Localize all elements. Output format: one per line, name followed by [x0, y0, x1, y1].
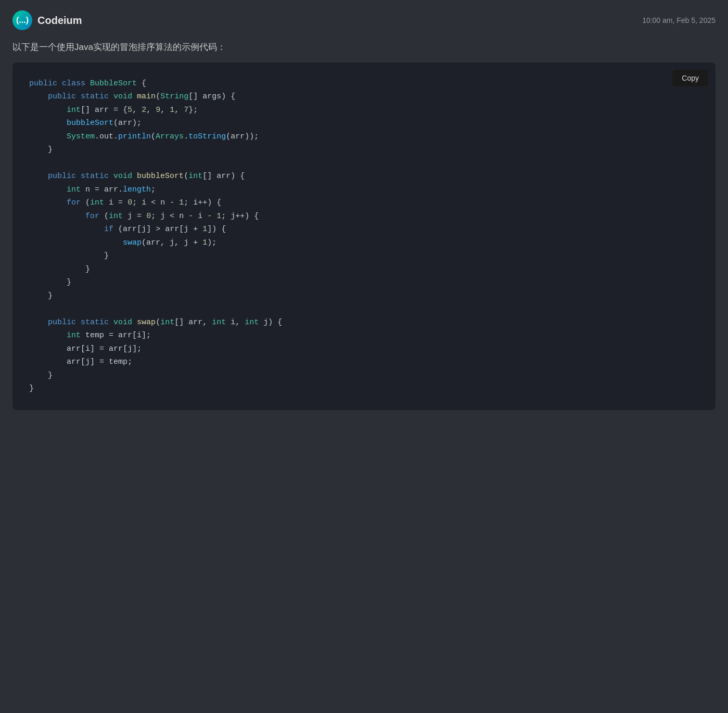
copy-button[interactable]: Copy: [672, 70, 708, 86]
page-container: (...) Codeium 10:00 am, Feb 5, 2025 以下是一…: [0, 0, 728, 421]
header-left: (...) Codeium: [12, 10, 82, 30]
logo-text: (...): [16, 16, 29, 25]
timestamp: 10:00 am, Feb 5, 2025: [642, 16, 716, 24]
intro-text: 以下是一个使用Java实现的冒泡排序算法的示例代码：: [12, 41, 716, 54]
header: (...) Codeium 10:00 am, Feb 5, 2025: [12, 10, 716, 30]
app-name: Codeium: [37, 15, 82, 27]
codeium-logo: (...): [12, 10, 32, 30]
code-block: public class BubbleSort { public static …: [29, 77, 699, 396]
code-block-wrapper: Copy public class BubbleSort { public st…: [12, 62, 716, 410]
